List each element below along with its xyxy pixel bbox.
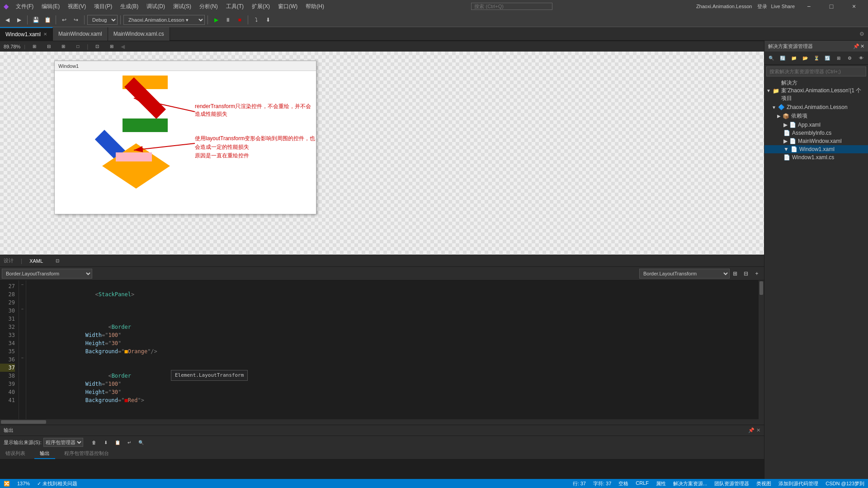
sidebar-item-assembly[interactable]: 📄 AssemblyInfo.cs xyxy=(764,129,868,137)
sidebar-settings-icon[interactable]: ⚙ xyxy=(844,52,855,63)
menu-analyze[interactable]: 分析(N) xyxy=(196,2,222,11)
tab-window1-xaml[interactable]: Window1.xaml ✕ xyxy=(0,27,53,41)
tab-mainwindow-cs[interactable]: MainWindow.xaml.cs xyxy=(108,27,170,41)
tab-mainwindow-xaml[interactable]: MainWindow.xaml xyxy=(53,27,108,41)
toolbar-save[interactable]: 💾 xyxy=(30,14,41,25)
status-team-explorer[interactable]: 团队资源管理器 xyxy=(714,480,749,487)
sidebar-close-icon[interactable]: ✕ xyxy=(860,43,864,49)
tab-xaml[interactable]: XAML xyxy=(29,258,43,264)
toolbar-pause[interactable]: ⏸ xyxy=(222,14,233,25)
tab-design[interactable]: 设计 xyxy=(4,257,14,264)
configuration-select[interactable]: Debug xyxy=(87,15,118,25)
toolbar-save-all[interactable]: 📋 xyxy=(42,14,53,25)
status-class-view[interactable]: 类视图 xyxy=(756,480,771,487)
sidebar-refresh-icon[interactable]: 🔄 xyxy=(778,52,788,63)
menu-test[interactable]: 测试(S) xyxy=(170,2,195,11)
menu-edit[interactable]: 编辑(E) xyxy=(38,2,63,11)
output-copy-icon[interactable]: 📋 xyxy=(112,437,123,448)
toolbar-stop[interactable]: ■ xyxy=(234,14,245,25)
tab-settings-icon[interactable]: ⚙ xyxy=(859,31,864,37)
anchor-icon[interactable]: ⊞ xyxy=(106,41,117,52)
split-view-icon[interactable]: ⊞ xyxy=(730,268,741,279)
sidebar-expand-icon[interactable]: 📂 xyxy=(800,52,810,63)
transform-icon[interactable]: ⊡ xyxy=(92,41,103,52)
menu-view[interactable]: 视图(V) xyxy=(64,2,90,11)
output-tab[interactable]: 输出 xyxy=(34,449,55,459)
menu-debug[interactable]: 调试(D) xyxy=(143,2,169,11)
add-icon[interactable]: + xyxy=(751,268,762,279)
source-select[interactable]: 程序包管理器 xyxy=(43,438,83,447)
toolbar-forward[interactable]: ▶ xyxy=(14,14,24,25)
status-properties[interactable]: 属性 xyxy=(656,480,666,487)
expand-icon[interactable]: ⊡ xyxy=(52,256,63,266)
scroll-thumb-h[interactable] xyxy=(1,420,46,424)
minimize-button[interactable]: − xyxy=(798,0,819,13)
menu-file[interactable]: 文件(F) xyxy=(12,2,37,11)
code-scrollbar-h[interactable] xyxy=(0,419,764,425)
errors-tab[interactable]: 错误列表 xyxy=(0,449,31,459)
maximize-button[interactable]: □ xyxy=(821,0,842,13)
output-pin-icon[interactable]: 📌 xyxy=(748,427,755,433)
login-button[interactable]: 登录 xyxy=(757,3,767,10)
toolbar-undo[interactable]: ↩ xyxy=(59,14,70,25)
sidebar-item-window1-xaml[interactable]: ▼ 📄 Window1.xaml xyxy=(764,145,868,153)
status-solution-explorer[interactable]: 解决方案资源... xyxy=(673,480,707,487)
toolbar-separator-1 xyxy=(27,15,28,24)
sidebar-search-icon[interactable]: 🔍 xyxy=(766,52,777,63)
toolbar-step-over[interactable]: ⤵ xyxy=(251,14,262,25)
right-type-selector[interactable]: Border.LayoutTransform xyxy=(639,269,730,279)
output-find-icon[interactable]: 🔍 xyxy=(136,437,146,448)
sidebar-item-app-xaml[interactable]: ▶ 📄 App.xaml xyxy=(764,121,868,129)
fold-36[interactable]: − xyxy=(19,354,26,362)
fit-icon[interactable]: ⊞ xyxy=(29,41,40,52)
toolbar-redo[interactable]: ↪ xyxy=(71,14,81,25)
menu-window[interactable]: 窗口(W) xyxy=(274,2,301,11)
menu-help[interactable]: 帮助(H) xyxy=(302,2,328,11)
sidebar-item-mainwindow-xaml[interactable]: ▶ 📄 MainWindow.xaml xyxy=(764,137,868,145)
output-scroll-icon[interactable]: ⬇ xyxy=(100,437,111,448)
scroll-thumb-v[interactable] xyxy=(760,281,763,295)
window1-icon: 📄 xyxy=(791,146,797,152)
new-window-icon[interactable]: ⊟ xyxy=(741,268,751,279)
package-manager-tab[interactable]: 程序包管理器控制台 xyxy=(59,449,114,459)
sidebar-item-dependencies[interactable]: ▶ 📦 依赖项 xyxy=(764,111,868,121)
fold-27[interactable]: − xyxy=(19,280,26,289)
left-type-selector[interactable]: Border.LayoutTransform xyxy=(2,269,92,279)
toolbar-back[interactable]: ◀ xyxy=(2,14,13,25)
tab-window1-close[interactable]: ✕ xyxy=(43,32,47,37)
sidebar-pin-icon[interactable]: 📌 xyxy=(853,43,859,49)
menu-project[interactable]: 项目(P) xyxy=(90,2,116,11)
fold-30[interactable]: − xyxy=(19,305,26,313)
grid-icon[interactable]: ⊟ xyxy=(43,41,54,52)
sidebar-preview-icon[interactable]: 👁 xyxy=(856,52,866,63)
project-item[interactable]: ▼ 🔷 Zhaoxi.Animation.Lesson xyxy=(764,103,868,111)
close-button[interactable]: × xyxy=(844,0,864,13)
sidebar-collapse-icon[interactable]: 📁 xyxy=(789,52,799,63)
code-scrollbar-v[interactable] xyxy=(759,280,764,419)
output-wrap-icon[interactable]: ↵ xyxy=(124,437,135,448)
solution-label: 解决方案'Zhaoxi.Animation.Lesson'(1 个项目 xyxy=(781,79,866,102)
snap-icon[interactable]: ⊞ xyxy=(58,41,69,52)
output-clear-icon[interactable]: 🗑 xyxy=(89,437,99,448)
sidebar-sync-icon[interactable]: 🔃 xyxy=(822,52,833,63)
menu-bar: 文件(F) 编辑(E) 视图(V) 项目(P) 生成(B) 调试(D) 测试(S… xyxy=(12,2,328,11)
sidebar-item-window1-cs[interactable]: 📄 Window1.xaml.cs xyxy=(764,153,868,161)
project-select[interactable]: Zhaoxi.Animation.Lesson ▾ xyxy=(123,15,205,25)
menu-build[interactable]: 生成(B) xyxy=(117,2,142,11)
sidebar-pending-icon[interactable]: ⏳ xyxy=(811,52,821,63)
sidebar-header: 解决方案资源管理器 📌 ✕ xyxy=(764,41,868,52)
toolbar-step-into[interactable]: ⬇ xyxy=(263,14,274,25)
live-share-button[interactable]: Live Share xyxy=(771,4,795,9)
solution-item[interactable]: ▼ 📁 解决方案'Zhaoxi.Animation.Lesson'(1 个项目 xyxy=(764,78,868,103)
artboard-icon[interactable]: □ xyxy=(72,41,83,52)
sidebar-search-input[interactable] xyxy=(766,66,866,76)
tab-actions: ⚙ xyxy=(859,31,868,37)
search-input[interactable] xyxy=(471,3,552,10)
menu-tools[interactable]: 工具(T) xyxy=(222,2,247,11)
toolbar-run[interactable]: ▶ xyxy=(211,14,222,25)
output-close-icon[interactable]: ✕ xyxy=(756,427,760,433)
status-source-control[interactable]: 添加到源代码管理 xyxy=(778,480,818,487)
app-xaml-icon: 📄 xyxy=(789,122,796,128)
menu-extensions[interactable]: 扩展(X) xyxy=(248,2,274,11)
sidebar-filter-icon[interactable]: ⊞ xyxy=(834,52,844,63)
